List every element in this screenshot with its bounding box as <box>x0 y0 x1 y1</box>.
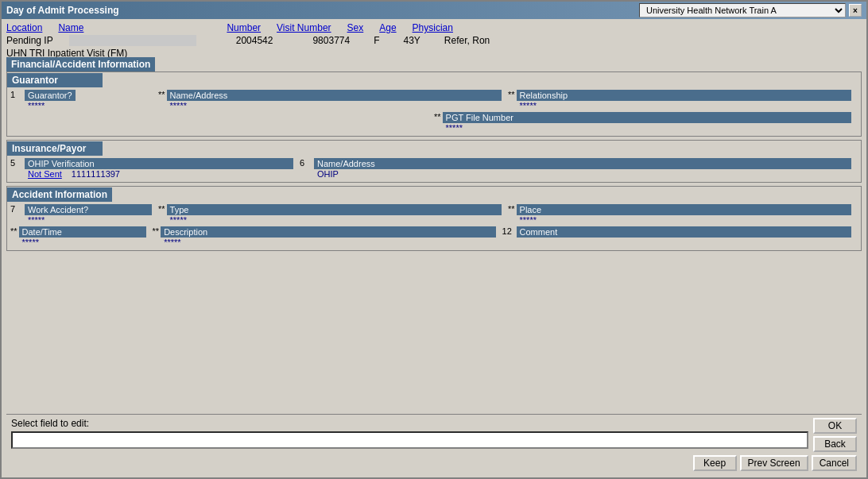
column-headers: Location Name Number Visit Number Sex Ag… <box>6 22 862 33</box>
cancel-button[interactable]: Cancel <box>812 455 857 471</box>
datetime-label: Date/Time <box>19 226 146 238</box>
desc-asterisk: ** <box>153 226 160 236</box>
select-field-label: Select field to edit: <box>11 418 808 429</box>
insurance-section-header: Insurance/Payor <box>7 141 103 156</box>
sex-header[interactable]: Sex <box>347 22 364 33</box>
accident-section: Accident Information 7 Work Accident? **… <box>6 186 862 251</box>
accident-section-header: Accident Information <box>7 187 112 202</box>
number-value: 2004542 <box>236 35 273 46</box>
bottom-buttons-row: Keep Prev Screen Cancel <box>11 455 857 471</box>
guarantor-asterisk2: ** <box>508 90 515 99</box>
datetime-asterisk: ** <box>10 226 17 236</box>
window-title: Day of Admit Processing <box>6 5 119 16</box>
location-value: Pending IP <box>6 35 53 46</box>
place-asterisk: ** <box>508 204 515 214</box>
type-label: Type <box>167 204 502 215</box>
guarantor-val[interactable]: ***** <box>25 101 152 110</box>
type-asterisk: ** <box>158 204 165 214</box>
age-header[interactable]: Age <box>379 22 396 33</box>
keep-button[interactable]: Keep <box>693 455 737 471</box>
name-value <box>69 35 196 46</box>
comment-label: Comment <box>517 226 851 238</box>
patient-info-row: Pending IP 2004542 9803774 F 43Y Refer, … <box>6 35 862 46</box>
visit-number-value: 9803774 <box>312 35 350 46</box>
nameaddr-val: OHIP <box>314 169 851 179</box>
pgt-label: PGT File Number <box>443 112 851 123</box>
datetime-val[interactable]: ***** <box>19 238 146 247</box>
ok-back-buttons: OK Back <box>813 418 857 452</box>
title-bar-controls: University Health Network Train A × <box>639 3 862 17</box>
guarantor-field-num: 1 <box>10 90 21 99</box>
place-label: Place <box>517 204 851 215</box>
ok-button[interactable]: OK <box>813 418 857 434</box>
content-area: Location Name Number Visit Number Sex Ag… <box>2 19 866 477</box>
sex-value: F <box>374 35 379 46</box>
title-bar: Day of Admit Processing University Healt… <box>2 2 866 19</box>
physician-value: Refer, Ron <box>444 35 490 46</box>
ohip-status-val[interactable]: Not Sent <box>25 169 62 179</box>
number-header[interactable]: Number <box>227 22 261 33</box>
relationship-label: Relationship <box>517 90 851 101</box>
accident-fields: 7 Work Accident? ***** ** Type ***** ** … <box>7 203 861 250</box>
age-value: 43Y <box>404 35 420 46</box>
edit-input[interactable] <box>11 431 808 449</box>
input-row <box>11 431 808 449</box>
ohip-field-num: 5 <box>10 158 21 168</box>
main-sections: Guarantor 1 Guarantor? ***** ** <box>6 71 862 414</box>
ohip-label: OHIP Verification <box>25 158 293 169</box>
nameaddr-field-num: 6 <box>300 158 311 168</box>
bottom-bar: Select field to edit: OK Back Keep Prev … <box>6 414 862 474</box>
close-button[interactable]: × <box>849 4 862 17</box>
back-button[interactable]: Back <box>813 436 857 452</box>
type-val[interactable]: ***** <box>167 215 502 225</box>
guarantor-asterisk1: ** <box>158 90 165 99</box>
nameaddr-label: Name/Address <box>314 158 851 169</box>
insurance-section: Insurance/Payor 5 OHIP Verification Not … <box>6 140 862 183</box>
work-accident-val[interactable]: ***** <box>25 215 152 225</box>
ohip-id-val: 1111111397 <box>68 169 120 179</box>
financial-bar: Financial/Accident Information <box>6 59 862 70</box>
work-accident-num: 7 <box>10 204 21 214</box>
name-address-label: Name/Address <box>167 90 502 101</box>
work-accident-label: Work Accident? <box>25 204 152 215</box>
guarantor-fields: 1 Guarantor? ***** ** Name/Address <box>7 88 861 136</box>
insurance-fields: 5 OHIP Verification Not Sent 1111111397 … <box>7 156 861 182</box>
desc-val[interactable]: ***** <box>161 238 495 247</box>
visit-number-header[interactable]: Visit Number <box>277 22 331 33</box>
server-dropdown[interactable]: University Health Network Train A <box>639 3 846 17</box>
guarantor-section-header: Guarantor <box>7 73 103 87</box>
comment-num: 12 <box>502 226 513 236</box>
relationship-val[interactable]: ***** <box>517 101 851 110</box>
desc-label: Description <box>161 226 495 238</box>
guarantor-section: Guarantor 1 Guarantor? ***** ** <box>6 71 862 137</box>
location-header[interactable]: Location <box>6 22 42 33</box>
place-val[interactable]: ***** <box>517 215 851 225</box>
name-header[interactable]: Name <box>58 22 83 33</box>
guarantor-label: Guarantor? <box>25 90 76 101</box>
prev-screen-button[interactable]: Prev Screen <box>740 455 808 471</box>
pgt-val[interactable]: ***** <box>443 123 851 133</box>
pgt-asterisk: ** <box>434 112 441 122</box>
name-address-val[interactable]: ***** <box>167 101 502 110</box>
main-window: Day of Admit Processing University Healt… <box>0 0 868 479</box>
physician-header[interactable]: Physician <box>413 22 453 33</box>
